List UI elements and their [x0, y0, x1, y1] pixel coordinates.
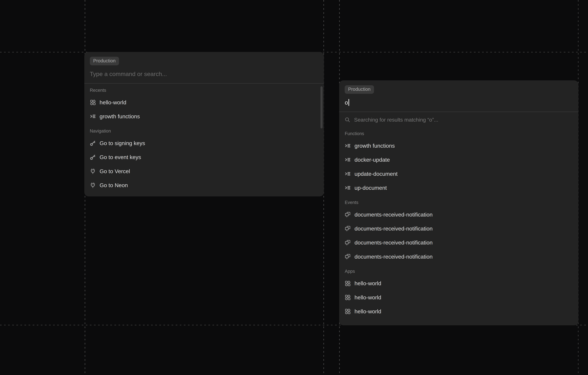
results-list: Recents hello-world growth functions Nav…: [84, 88, 324, 192]
item-label: Go to signing keys: [100, 140, 145, 146]
item-label: Go to Neon: [100, 182, 128, 188]
item-label: documents-received-notification: [355, 211, 433, 218]
item-label: update-document: [355, 171, 398, 177]
event-icon: [345, 240, 351, 246]
input-value: o: [345, 99, 348, 106]
result-item-app-2[interactable]: hello-world: [339, 290, 578, 304]
desktop-background: Production Recents hello-world growth fu…: [0, 0, 588, 375]
command-palette-right: Production o Searching for results match…: [339, 80, 578, 325]
section-label-events: Events: [345, 200, 573, 205]
item-label: Go to Vercel: [100, 168, 130, 174]
event-icon: [345, 212, 351, 218]
command-search-input[interactable]: [90, 71, 318, 77]
divider: [84, 83, 324, 83]
search-status-text: Searching for results matching “o”...: [354, 117, 438, 123]
search-status-row: Searching for results matching “o”...: [339, 113, 578, 127]
plug-icon: [90, 182, 96, 188]
function-icon: [345, 157, 351, 163]
list-item-go-to-event-keys[interactable]: Go to event keys: [84, 150, 324, 164]
event-icon: [345, 226, 351, 232]
result-item-app-1[interactable]: hello-world: [339, 276, 578, 290]
plug-icon: [90, 168, 96, 174]
item-label: documents-received-notification: [355, 225, 433, 232]
result-item-app-3[interactable]: hello-world: [339, 304, 578, 318]
section-label-functions: Functions: [345, 131, 573, 136]
result-item-update-document[interactable]: update-document: [339, 167, 578, 181]
result-item-event-2[interactable]: documents-received-notification: [339, 222, 578, 235]
palette-header: Production: [339, 80, 578, 94]
item-label: hello-world: [355, 294, 381, 301]
list-item-go-to-signing-keys[interactable]: Go to signing keys: [84, 136, 324, 150]
environment-badge: Production: [90, 57, 119, 65]
item-label: docker-update: [355, 156, 390, 163]
search-icon: [345, 117, 350, 122]
item-label: growth functions: [355, 142, 395, 149]
function-icon: [345, 171, 351, 177]
result-item-up-document[interactable]: up-document: [339, 181, 578, 195]
command-search-input[interactable]: o: [345, 99, 573, 106]
result-item-docker-update[interactable]: docker-update: [339, 153, 578, 167]
section-label-navigation: Navigation: [90, 129, 318, 133]
item-label: documents-received-notification: [355, 239, 433, 246]
result-item-event-1[interactable]: documents-received-notification: [339, 207, 578, 222]
apps-icon: [345, 294, 351, 300]
apps-icon: [90, 99, 96, 105]
key-icon: [90, 140, 96, 146]
list-item-go-to-neon[interactable]: Go to Neon: [84, 178, 324, 192]
list-item-growth-functions[interactable]: growth functions: [84, 109, 324, 123]
apps-icon: [345, 308, 351, 314]
item-label: up-document: [355, 184, 387, 191]
list-item-go-to-vercel[interactable]: Go to Vercel: [84, 164, 324, 178]
command-palette-left: Production Recents hello-world growth fu…: [84, 52, 324, 196]
function-icon: [90, 113, 96, 119]
result-item-growth-functions[interactable]: growth functions: [339, 139, 578, 153]
item-label: hello-world: [355, 280, 381, 286]
result-item-event-3[interactable]: documents-received-notification: [339, 235, 578, 250]
item-label: hello-world: [355, 308, 381, 315]
event-icon: [345, 254, 351, 260]
divider: [339, 111, 578, 112]
result-item-event-4[interactable]: documents-received-notification: [339, 250, 578, 264]
item-label: hello-world: [100, 99, 126, 106]
item-label: Go to event keys: [100, 154, 141, 160]
apps-icon: [345, 280, 351, 286]
item-label: documents-received-notification: [355, 253, 433, 260]
section-label-apps: Apps: [345, 269, 573, 274]
results-list: Searching for results matching “o”... Fu…: [339, 113, 578, 318]
function-icon: [345, 185, 351, 191]
scrollbar-thumb[interactable]: [320, 86, 323, 128]
text-cursor: [348, 99, 349, 106]
function-icon: [345, 143, 351, 149]
item-label: growth functions: [100, 113, 140, 120]
key-icon: [90, 154, 96, 160]
section-label-recents: Recents: [90, 88, 318, 93]
palette-header: Production: [84, 52, 324, 65]
list-item-hello-world[interactable]: hello-world: [84, 95, 324, 109]
environment-badge: Production: [345, 85, 374, 94]
